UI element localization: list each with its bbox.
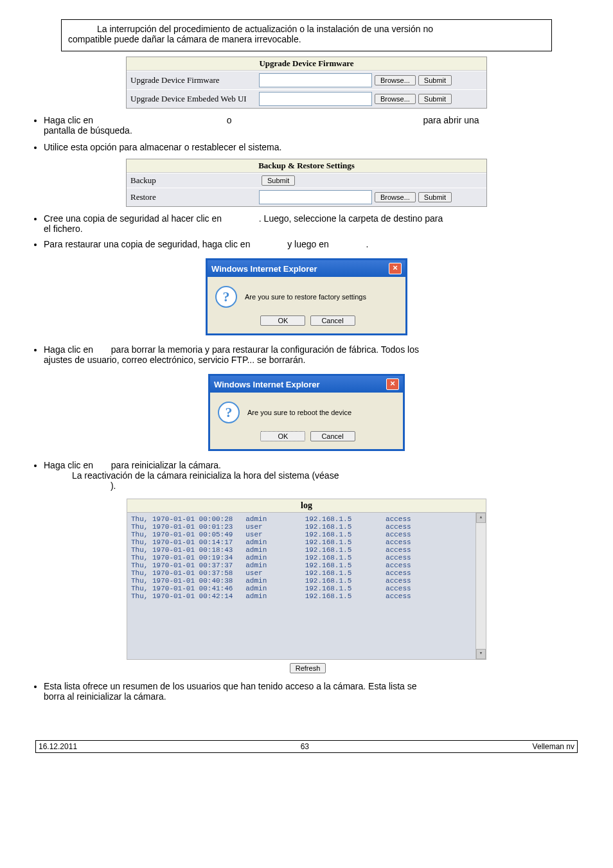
bullet-reboot: Haga clic en para reinicializar la cámar… — [44, 460, 587, 491]
question-icon: ? — [215, 286, 237, 308]
footer-date: 16.12.2011 — [39, 742, 77, 751]
log-line: Thu, 1970-01-01 00:37:37 admin 192.168.1… — [131, 562, 482, 569]
bullet-log-info: Esta lista ofrece un resumen de los usua… — [44, 681, 587, 702]
restore-dialog: Windows Internet Explorer × ? Are you su… — [206, 258, 407, 335]
log-line: Thu, 1970-01-01 00:18:43 admin 192.168.1… — [131, 546, 482, 554]
upgrade-webui-label: Upgrade Device Embeded Web UI — [130, 94, 259, 104]
reboot-dialog: Windows Internet Explorer × ? Are you su… — [208, 374, 405, 451]
scrollbar[interactable]: ▴ ▾ — [475, 513, 486, 659]
bullet-factory-reset: Haga clic en para borrar la memoria y pa… — [44, 344, 587, 365]
question-icon: ? — [218, 402, 240, 423]
refresh-button[interactable]: Refresh — [290, 663, 326, 673]
restore-input[interactable] — [259, 190, 372, 204]
dialog-title: Windows Internet Explorer — [211, 264, 317, 274]
log-line: Thu, 1970-01-01 00:01:23 user 192.168.1.… — [131, 523, 482, 531]
submit-button[interactable]: Submit — [418, 192, 452, 202]
footer-brand: Velleman nv — [533, 742, 574, 751]
log-title: log — [127, 499, 486, 512]
log-line: Thu, 1970-01-01 00:14:17 admin 192.168.1… — [131, 538, 482, 546]
close-icon[interactable]: × — [389, 263, 402, 274]
cancel-button[interactable]: Cancel — [310, 431, 355, 441]
bullet-restore: Para restaurar una copia de seguridad, h… — [44, 239, 587, 249]
log-line: Thu, 1970-01-01 00:40:38 admin 192.168.1… — [131, 577, 482, 585]
bullet-backup-intro: Utilice esta opción para almacenar o res… — [44, 142, 587, 152]
log-panel: log Thu, 1970-01-01 00:00:28 admin 192.1… — [127, 499, 486, 673]
backup-panel: Backup & Restore Settings Backup Submit … — [126, 159, 487, 207]
ok-button[interactable]: OK — [260, 315, 305, 326]
backup-label: Backup — [130, 175, 259, 186]
log-line: Thu, 1970-01-01 00:41:46 admin 192.168.1… — [131, 585, 482, 592]
upgrade-webui-input[interactable] — [259, 92, 372, 106]
restore-label: Restore — [130, 192, 259, 202]
warning-box: La interrupción del procedimiento de act… — [61, 19, 552, 51]
dialog-message: Are you sure to reboot the device — [247, 409, 351, 416]
log-line: Thu, 1970-01-01 00:05:49 user 192.168.1.… — [131, 531, 482, 538]
log-line: Thu, 1970-01-01 00:19:34 admin 192.168.1… — [131, 554, 482, 562]
log-line: Thu, 1970-01-01 00:42:14 admin 192.168.1… — [131, 592, 482, 600]
footer-page: 63 — [301, 742, 309, 751]
browse-button[interactable]: Browse... — [375, 192, 416, 202]
warning-line1: La interrupción del procedimiento de act… — [68, 24, 545, 34]
dialog-title: Windows Internet Explorer — [214, 380, 320, 389]
upgrade-firmware-input[interactable] — [259, 73, 372, 87]
browse-button[interactable]: Browse... — [375, 94, 416, 104]
dialog-message: Are you sure to restore factory settings — [245, 293, 366, 301]
upgrade-firmware-label: Upgrade Device Firmware — [130, 75, 259, 85]
submit-button[interactable]: Submit — [418, 94, 452, 104]
upgrade-panel-title: Upgrade Device Firmware — [127, 57, 486, 71]
page-footer: 16.12.2011 63 Velleman nv — [35, 740, 578, 753]
bullet-backup-create: Cree una copia de seguridad al hacer cli… — [44, 213, 587, 234]
backup-submit-button[interactable]: Submit — [262, 175, 295, 186]
log-line: Thu, 1970-01-01 00:00:28 admin 192.168.1… — [131, 515, 482, 523]
close-icon[interactable]: × — [386, 378, 399, 390]
scroll-up-icon[interactable]: ▴ — [476, 513, 486, 523]
cancel-button[interactable]: Cancel — [310, 315, 355, 326]
backup-panel-title: Backup & Restore Settings — [127, 159, 486, 173]
log-line: Thu, 1970-01-01 00:37:58 user 192.168.1.… — [131, 569, 482, 577]
upgrade-panel: Upgrade Device Firmware Upgrade Device F… — [126, 57, 487, 109]
scroll-down-icon[interactable]: ▾ — [476, 649, 486, 659]
submit-button[interactable]: Submit — [418, 75, 452, 85]
warning-line2: compatible puede dañar la cámara de mane… — [68, 34, 545, 44]
browse-button[interactable]: Browse... — [375, 75, 416, 85]
bullet-click-browse: Haga clic en o para abrir una pantalla d… — [44, 115, 587, 136]
log-body: Thu, 1970-01-01 00:00:28 admin 192.168.1… — [127, 512, 486, 660]
ok-button[interactable]: OK — [260, 431, 305, 441]
